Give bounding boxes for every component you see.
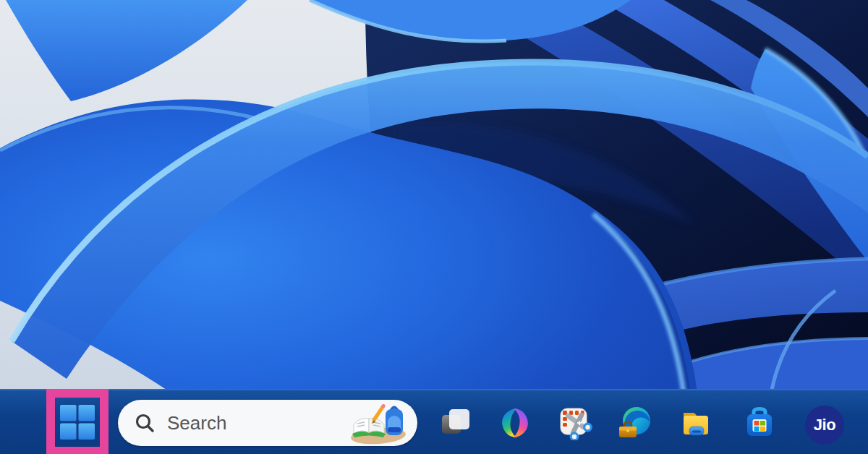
- task-view-icon: [438, 406, 473, 440]
- search-icon: [134, 412, 156, 434]
- file-explorer-button[interactable]: [678, 406, 713, 440]
- microsoft-store-button[interactable]: [742, 406, 777, 440]
- task-view-button[interactable]: [438, 406, 473, 440]
- back-to-school-icon: [346, 403, 410, 445]
- desktop-wallpaper: [0, 0, 868, 454]
- jio-icon: Jio: [805, 406, 844, 445]
- edge-browser-button[interactable]: [618, 406, 652, 440]
- start-button[interactable]: [55, 398, 100, 447]
- backpack: [386, 408, 403, 436]
- snipping-tool-button[interactable]: [558, 406, 592, 440]
- file-explorer-icon: [678, 406, 713, 440]
- copilot-icon: [498, 406, 532, 440]
- snipping-tool-icon: [558, 406, 592, 440]
- search-bar[interactable]: [118, 400, 417, 446]
- windows-logo-icon: [60, 405, 95, 440]
- book: [352, 418, 386, 437]
- microsoft-store-icon: [742, 406, 777, 440]
- jio-label: Jio: [814, 416, 835, 434]
- copilot-button[interactable]: [498, 406, 532, 440]
- jio-app-button[interactable]: Jio: [805, 406, 844, 445]
- taskbar: Jio: [0, 389, 868, 454]
- edge-browser-icon: [618, 406, 652, 440]
